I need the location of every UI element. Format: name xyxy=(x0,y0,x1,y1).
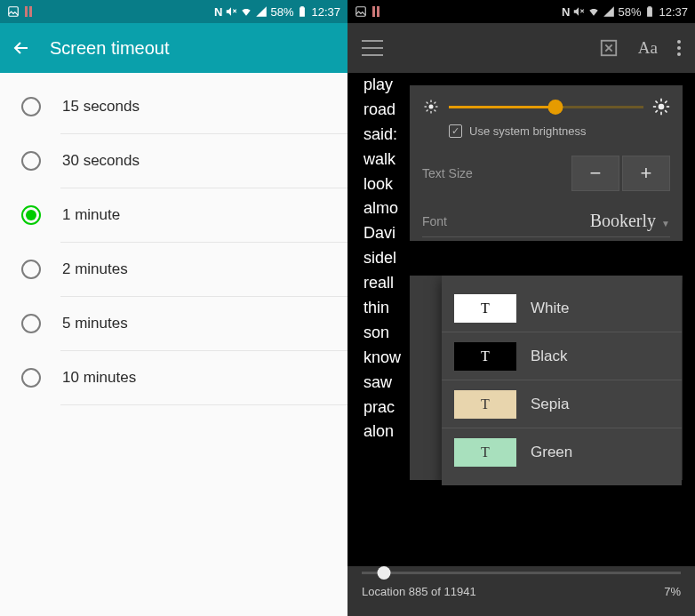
svg-point-20 xyxy=(659,104,665,110)
status-bar: N 58% 12:37 xyxy=(0,0,348,23)
brightness-slider[interactable] xyxy=(449,106,643,108)
option-2m[interactable]: 2 minutes xyxy=(0,243,348,296)
mute-icon xyxy=(225,5,237,18)
status-bar: N 58% 12:37 xyxy=(348,0,695,23)
title-bar: Screen timeout xyxy=(0,23,348,73)
signal-icon xyxy=(603,5,615,18)
page-title: Screen timeout xyxy=(50,38,170,59)
svg-line-28 xyxy=(665,101,667,103)
svg-line-19 xyxy=(435,102,436,104)
svg-rect-0 xyxy=(9,7,19,17)
battery-icon xyxy=(296,5,308,18)
option-10m[interactable]: 10 minutes xyxy=(0,351,348,404)
svg-line-18 xyxy=(427,110,428,112)
svg-point-11 xyxy=(429,105,434,109)
option-1m[interactable]: 1 minute xyxy=(0,188,348,242)
mute-icon xyxy=(572,5,585,18)
n-icon: N xyxy=(562,5,570,19)
svg-rect-5 xyxy=(356,7,366,17)
battery-percent: 58% xyxy=(618,5,641,19)
svg-rect-3 xyxy=(300,7,306,16)
option-15s[interactable]: 15 seconds xyxy=(0,80,348,133)
svg-line-27 xyxy=(656,110,658,112)
text-size-label: Text Size xyxy=(422,166,473,180)
location-text: Location 885 of 11941 xyxy=(362,585,476,598)
battery-percent: 58% xyxy=(270,5,293,19)
wifi-icon xyxy=(587,5,600,18)
radio-icon xyxy=(21,260,41,279)
radio-icon xyxy=(21,314,41,333)
bottom-bar: Location 885 of 11941 7% xyxy=(348,566,695,616)
text-size-decrease[interactable]: − xyxy=(571,156,619,191)
color-scheme-popup: TWhite TBlack TSepia TGreen xyxy=(442,276,682,485)
radio-icon-selected xyxy=(21,205,41,225)
slider-thumb[interactable] xyxy=(548,100,563,115)
n-icon: N xyxy=(214,5,222,19)
color-sepia[interactable]: TSepia xyxy=(442,380,682,428)
font-selector[interactable]: Font Bookerly▼ xyxy=(422,211,670,237)
svg-rect-9 xyxy=(649,6,652,8)
svg-rect-4 xyxy=(301,6,305,8)
battery-icon xyxy=(643,5,656,18)
radio-icon xyxy=(21,97,41,116)
brightness-low-icon xyxy=(422,98,440,116)
slider-thumb[interactable] xyxy=(378,566,391,580)
timeout-options: 15 seconds 30 seconds 1 minute 2 minutes… xyxy=(0,73,348,405)
brightness-high-icon xyxy=(652,98,670,116)
image-icon xyxy=(355,5,367,18)
svg-line-26 xyxy=(665,110,667,112)
wifi-icon xyxy=(240,5,252,18)
pause-icon xyxy=(25,6,32,17)
svg-line-25 xyxy=(656,101,658,103)
menu-icon[interactable] xyxy=(362,40,383,56)
radio-icon xyxy=(21,368,41,388)
settings-screen: N 58% 12:37 Screen timeout 15 seconds 30… xyxy=(0,0,348,616)
back-icon[interactable] xyxy=(11,37,32,59)
display-panel: ✓ Use system brightness Text Size − + Fo… xyxy=(410,85,683,241)
clock: 12:37 xyxy=(311,5,340,19)
swatch-green: T xyxy=(454,438,516,467)
svg-line-16 xyxy=(427,102,428,104)
svg-rect-8 xyxy=(648,7,653,16)
chevron-down-icon: ▼ xyxy=(661,219,670,228)
overflow-icon[interactable] xyxy=(677,40,681,56)
color-green[interactable]: TGreen xyxy=(442,428,682,476)
radio-icon xyxy=(21,151,41,171)
option-30s[interactable]: 30 seconds xyxy=(0,134,348,188)
svg-line-17 xyxy=(435,110,436,112)
xray-icon[interactable] xyxy=(599,38,619,58)
signal-icon xyxy=(255,5,268,18)
text-size-increase[interactable]: + xyxy=(622,156,670,191)
progress-slider[interactable] xyxy=(362,572,681,574)
option-5m[interactable]: 5 minutes xyxy=(0,297,348,350)
system-brightness-checkbox[interactable]: ✓ Use system brightness xyxy=(449,124,670,138)
reader-toolbar: Aa xyxy=(348,23,695,73)
image-icon xyxy=(7,5,20,18)
percent-text: 7% xyxy=(664,585,681,598)
font-icon[interactable]: Aa xyxy=(638,38,658,58)
swatch-black: T xyxy=(454,342,516,371)
swatch-sepia: T xyxy=(454,390,516,419)
reader-screen: N 58% 12:37 Aa play road said: walk look… xyxy=(348,0,695,616)
color-white[interactable]: TWhite xyxy=(442,284,682,332)
color-black[interactable]: TBlack xyxy=(442,332,682,380)
pause-icon xyxy=(372,6,379,17)
clock: 12:37 xyxy=(659,5,688,19)
swatch-white: T xyxy=(454,294,516,323)
checkbox-icon: ✓ xyxy=(449,124,462,138)
